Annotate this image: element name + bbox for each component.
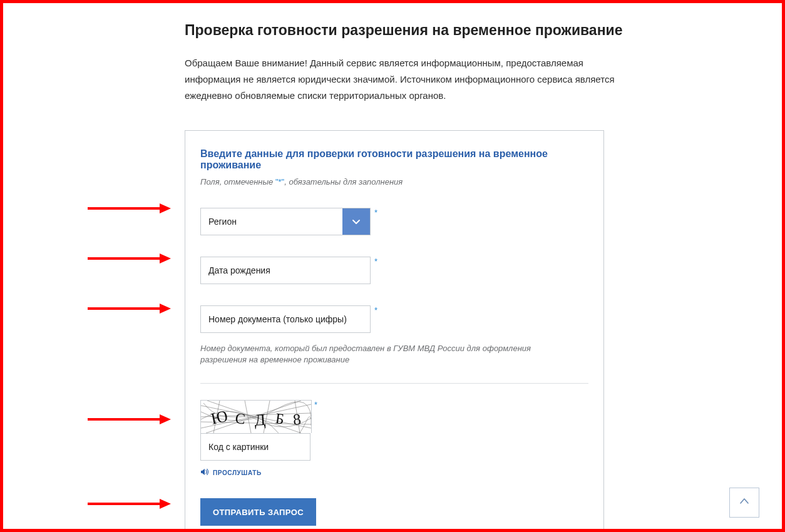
docnum-input[interactable] (200, 305, 371, 333)
scroll-to-top-button[interactable] (729, 488, 759, 518)
captcha-listen-link[interactable]: ПРОСЛУШАТЬ (200, 467, 588, 478)
captcha-listen-label: ПРОСЛУШАТЬ (213, 469, 262, 476)
dob-input[interactable] (200, 257, 371, 284)
chevron-down-icon (342, 208, 370, 235)
page-title: Проверка готовности разрешения на времен… (185, 22, 623, 39)
region-select-label: Регион (201, 208, 342, 235)
svg-text:Ю: Ю (209, 407, 229, 428)
form-card: Введите данные для проверки готовности р… (185, 130, 604, 532)
captcha-block: * Ю С (200, 400, 588, 478)
speaker-icon (200, 467, 209, 478)
svg-text:С: С (234, 410, 246, 427)
required-star-icon: * (374, 257, 377, 266)
svg-text:8: 8 (292, 411, 302, 428)
required-star-icon: * (314, 400, 317, 409)
docnum-hint: Номер документа, который был предоставле… (200, 343, 576, 366)
docnum-field: * Номер документа, который был предостав… (200, 305, 588, 366)
divider (200, 383, 588, 384)
form-heading: Введите данные для проверки готовности р… (200, 148, 588, 171)
required-fields-hint: Поля, отмеченные "*", обязательны для за… (200, 177, 588, 187)
region-select[interactable]: Регион (200, 208, 371, 235)
required-star-icon: * (374, 305, 377, 315)
chevron-up-icon (738, 495, 751, 510)
submit-button[interactable]: ОТПРАВИТЬ ЗАПРОС (200, 498, 316, 526)
dob-field: * (200, 257, 588, 284)
required-star-icon: * (374, 208, 377, 217)
content-column: Проверка готовности разрешения на времен… (3, 3, 623, 532)
svg-text:Б: Б (274, 410, 285, 427)
captcha-input[interactable] (200, 433, 310, 461)
captcha-image: Ю С Д Б 8 (200, 400, 312, 433)
svg-text:Д: Д (254, 411, 266, 429)
intro-paragraph: Обращаем Ваше внимание! Данный сервис яв… (185, 55, 623, 104)
region-field: Регион * (200, 208, 588, 235)
page-frame: Проверка готовности разрешения на времен… (0, 0, 785, 532)
